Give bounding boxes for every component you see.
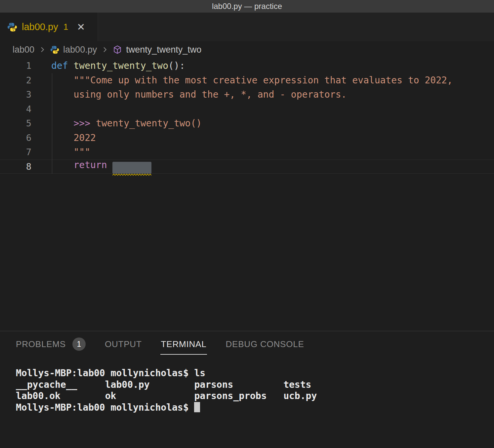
- problems-count-badge: 1: [72, 337, 86, 351]
- panel-tab-label: OUTPUT: [105, 339, 142, 349]
- terminal-prompt: Mollys-MBP:lab00 mollynicholas$: [16, 402, 194, 413]
- code-text: """Come up with the most creative expres…: [31, 75, 453, 86]
- breadcrumb-file[interactable]: lab00.py: [63, 45, 97, 55]
- code-line-8[interactable]: 8 return: [0, 159, 494, 174]
- panel-tab-terminal[interactable]: TERMINAL: [160, 336, 207, 355]
- window-title: lab00.py — practice: [212, 2, 282, 11]
- code-token: 2022: [51, 132, 96, 143]
- line-number[interactable]: 7: [0, 147, 31, 157]
- tab-problems-badge: 1: [63, 22, 68, 32]
- indent-guide: [52, 73, 52, 174]
- close-icon[interactable]: ✕: [77, 22, 85, 32]
- panel-tab-label: TERMINAL: [161, 339, 207, 349]
- breadcrumb-symbol[interactable]: twenty_twenty_two: [126, 45, 201, 55]
- chevron-right-icon: [101, 46, 109, 54]
- code-line-6[interactable]: 6 2022: [0, 131, 494, 145]
- code-line-5[interactable]: 5 >>> twenty_twenty_two(): [0, 116, 494, 131]
- code-text: return: [31, 159, 151, 174]
- panel-tab-label: PROBLEMS: [16, 339, 66, 349]
- line-number[interactable]: 5: [0, 118, 31, 128]
- tab-label: lab00.py: [22, 22, 58, 32]
- code-token: twenty_twenty_two(): [96, 118, 202, 129]
- line-number[interactable]: 6: [0, 133, 31, 143]
- code-line-2[interactable]: 2 """Come up with the most creative expr…: [0, 73, 494, 88]
- python-file-icon: [50, 45, 59, 54]
- editor-tab-bar: lab00.py 1 ✕: [0, 13, 494, 41]
- panel-tab-output[interactable]: OUTPUT: [104, 336, 143, 355]
- terminal-line: Mollys-MBP:lab00 mollynicholas$ ls: [16, 368, 494, 379]
- line-number[interactable]: 1: [0, 61, 31, 71]
- code-token: [51, 118, 73, 129]
- code-text: """: [31, 147, 90, 157]
- code-text: >>> twenty_twenty_two(): [31, 118, 202, 129]
- bottom-panel: PROBLEMS1OUTPUTTERMINALDEBUG CONSOLE Mol…: [0, 331, 494, 448]
- code-text: using only numbers and the +, *, and - o…: [31, 89, 347, 100]
- code-line-4[interactable]: 4: [0, 102, 494, 116]
- breadcrumb-folder[interactable]: lab00: [13, 45, 34, 55]
- chevron-right-icon: [38, 46, 46, 54]
- code-line-7[interactable]: 7 """: [0, 145, 494, 159]
- python-file-icon: [7, 22, 17, 32]
- terminal-line: lab00.ok ok parsons_probs ucb.py: [16, 390, 494, 402]
- code-token: ():: [168, 60, 185, 71]
- panel-tab-label: DEBUG CONSOLE: [226, 339, 304, 349]
- panel-tab-bar: PROBLEMS1OUTPUTTERMINALDEBUG CONSOLE: [0, 331, 494, 359]
- line-number[interactable]: 2: [0, 75, 31, 85]
- line-number[interactable]: 3: [0, 89, 31, 100]
- vscode-window: lab00.py — practice lab00.py 1 ✕ lab00: [0, 0, 494, 448]
- title-bar: lab00.py — practice: [0, 0, 494, 13]
- code-token: >>>: [73, 118, 96, 129]
- code-token: """Come up with the most creative expres…: [51, 75, 453, 86]
- warning-squiggle-icon: [112, 174, 151, 176]
- line-number[interactable]: 4: [0, 104, 31, 114]
- code-text: def twenty_twenty_two():: [31, 60, 185, 71]
- panel-tab-debug-console[interactable]: DEBUG CONSOLE: [225, 336, 305, 355]
- code-token: """: [51, 147, 90, 157]
- symbol-module-icon: [113, 45, 122, 54]
- code-editor[interactable]: 1def twenty_twenty_two():2 """Come up wi…: [0, 58, 494, 331]
- terminal-prompt-line: Mollys-MBP:lab00 mollynicholas$: [16, 402, 494, 414]
- terminal-cursor: [194, 402, 200, 412]
- line-number[interactable]: 8: [0, 161, 31, 172]
- panel-tab-problems[interactable]: PROBLEMS1: [15, 334, 86, 356]
- answer-blank[interactable]: [112, 162, 151, 174]
- editor-lines: 1def twenty_twenty_two():2 """Come up wi…: [0, 58, 494, 174]
- code-line-1[interactable]: 1def twenty_twenty_two():: [0, 59, 494, 73]
- terminal-line: __pycache__ lab00.py parsons tests: [16, 379, 494, 391]
- code-text: 2022: [31, 132, 96, 143]
- tab-lab00py[interactable]: lab00.py 1 ✕: [0, 13, 98, 41]
- terminal[interactable]: Mollys-MBP:lab00 mollynicholas$ ls__pyca…: [0, 359, 494, 448]
- code-token: using only numbers and the +, *, and - o…: [51, 89, 347, 100]
- breadcrumb: lab00 lab00.py twenty_twenty_two: [0, 41, 494, 58]
- code-line-3[interactable]: 3 using only numbers and the +, *, and -…: [0, 87, 494, 102]
- code-token: twenty_twenty_two: [73, 60, 168, 71]
- code-token: def: [51, 60, 73, 71]
- code-token: return: [51, 159, 112, 170]
